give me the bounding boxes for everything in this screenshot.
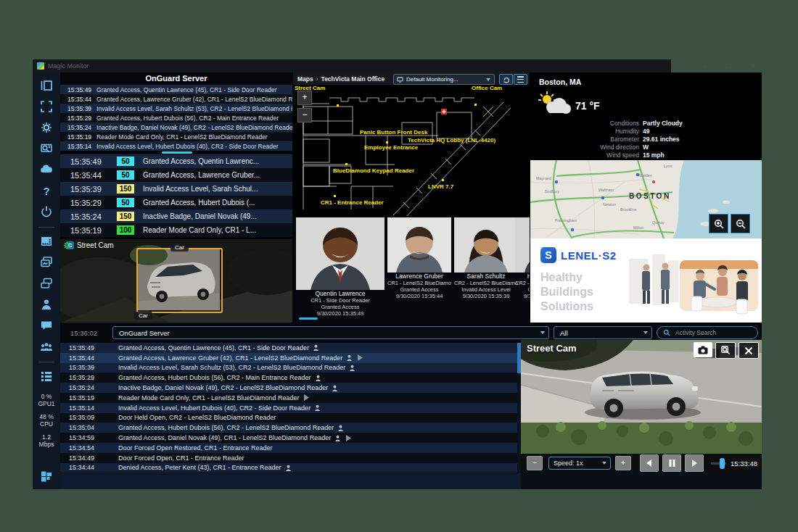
timeline-handle[interactable] — [720, 458, 725, 469]
server-dropdown[interactable]: OnGuard Server — [112, 326, 549, 339]
cardholder-reader: CR2 - LenelS2 BlueDiamond Re... — [454, 280, 518, 286]
event-row[interactable]: 15:35:19 Reader Mode Card Only, CR1 - Le… — [60, 132, 292, 141]
event-row[interactable]: 15:35:44 Granted Access, Lawrence Gruber… — [60, 94, 292, 104]
lenels2-brand-panel: S LENEL·S2 Healthy Buildings Solutions — [530, 238, 762, 323]
activity-row[interactable]: 15:35:39 Invalid Access Level, Sarah Sch… — [60, 363, 517, 373]
search-input[interactable] — [674, 328, 746, 337]
fullscreen-icon[interactable] — [38, 99, 54, 114]
floorplan-map[interactable]: Street Cam Office Cam Panic Button Front… — [293, 85, 530, 216]
forensic-search-icon[interactable] — [38, 141, 54, 156]
filter-dropdown[interactable]: All — [554, 326, 652, 339]
cardholder-timestamp: 9/30/2020 15:35:44 — [387, 293, 451, 299]
help-icon[interactable]: ? — [38, 183, 54, 198]
event-row[interactable]: 15:35:24 Inactive Badge, Daniel Novak (4… — [60, 122, 292, 132]
floorplan-label[interactable]: BlueDiamond Keypad Reader — [333, 167, 414, 174]
street-cam-analytics-view[interactable]: C Street Cam Car Car — [60, 239, 292, 323]
floorplan-zoom-out-button[interactable]: − — [297, 108, 312, 122]
cloud-icon[interactable] — [38, 162, 54, 177]
activity-row[interactable]: 15:34:44 Denied Access, Peter Kent (43),… — [60, 463, 517, 473]
weather-detail-value: W — [643, 144, 649, 151]
activity-search-box[interactable] — [657, 326, 758, 339]
step-back-button[interactable] — [640, 454, 659, 472]
floorplan-label[interactable]: Panic Button Front Desk — [360, 129, 427, 136]
breadcrumb[interactable]: Maps › TechVicta Main Office — [297, 75, 384, 83]
pause-button[interactable] — [662, 454, 681, 472]
video-wall-icon[interactable] — [38, 234, 54, 249]
playback-timestamp: 15:33:48 — [731, 460, 757, 467]
activity-row[interactable]: 15:35:29 Granted Access, Hubert Dubois (… — [60, 373, 517, 383]
activity-time: 15:35:04 — [69, 424, 104, 431]
team-icon[interactable] — [38, 339, 54, 354]
close-button[interactable]: ✕ — [750, 59, 756, 72]
activity-row[interactable]: 15:34:59 Granted Access, Daniel Novak (4… — [60, 433, 517, 443]
activity-row[interactable]: 15:35:44 Granted Access, Lawrence Gruber… — [60, 353, 517, 363]
floorplan-label[interactable]: Office Cam — [472, 85, 502, 91]
alarm-row[interactable]: 15:35:44 50 Granted Access, Lawrence Gru… — [60, 168, 292, 182]
breadcrumb-current[interactable]: TechVicta Main Office — [321, 75, 385, 83]
weather-panel: Boston, MA 71 °F Conditions Partly Cloud… — [530, 72, 762, 160]
event-row[interactable]: 15:35:49 Granted Access, Quentin Lawrenc… — [60, 85, 292, 94]
activity-row[interactable]: 15:34:49 Door Forced Open, CR1 - Entranc… — [60, 453, 517, 463]
power-icon[interactable] — [38, 204, 54, 219]
alarm-row[interactable]: 15:35:29 50 Granted Access, Hubert Duboi… — [60, 196, 292, 209]
event-time: 15:35:49 — [67, 86, 91, 93]
list-view-icon[interactable] — [38, 369, 54, 383]
floorplan-zoom-in-button[interactable]: + — [297, 91, 312, 105]
snapshot-camera-button[interactable] — [694, 342, 712, 357]
map-zoom-in-button[interactable] — [709, 214, 728, 233]
monitoring-view-dropdown[interactable]: Default Monitoring... — [393, 74, 495, 85]
alarm-row[interactable]: 15:35:19 100 Reader Mode Card Only, CR1 … — [60, 223, 292, 237]
smart-search-button[interactable] — [715, 342, 736, 359]
close-camera-button[interactable] — [739, 342, 759, 359]
activity-row[interactable]: 15:35:04 Granted Access, Hubert Dubois (… — [60, 423, 517, 433]
minimize-button[interactable]: − — [703, 59, 707, 72]
floorplan-label[interactable]: TechVicta HQ Lobby (LNL-4420) — [408, 137, 495, 144]
maximize-button[interactable]: ▢ — [725, 59, 732, 72]
map-town-label: Brookline — [620, 207, 636, 212]
activity-row[interactable]: 15:35:24 Inactive Badge, Daniel Novak (4… — [60, 383, 517, 393]
play-icon[interactable] — [345, 435, 351, 441]
map-zoom-out-button[interactable] — [731, 214, 750, 233]
activity-row[interactable]: 15:34:54 Door Forced Open Restored, CR1 … — [60, 443, 517, 453]
play-icon[interactable] — [357, 354, 363, 361]
refresh-button[interactable] — [499, 74, 513, 85]
windows-start-icon[interactable] — [38, 469, 54, 483]
step-forward-button[interactable] — [685, 454, 704, 472]
speed-decrease-button[interactable]: − — [527, 456, 543, 470]
activity-row[interactable]: 15:35:49 Granted Access, Quentin Lawrenc… — [60, 343, 517, 353]
event-row[interactable]: 15:35:14 Invalid Access Level, Hubert Du… — [60, 141, 292, 151]
event-row[interactable]: 15:35:29 Granted Access, Hubert Dubois (… — [60, 113, 292, 122]
cardholder-card[interactable]: Sarah Schultz CR2 - LenelS2 BlueDiamond … — [454, 217, 518, 299]
activity-row[interactable]: 15:35:09 Door Held Open, CR2 - LenelS2 B… — [60, 413, 517, 423]
speed-dropdown[interactable]: Speed: 1x — [548, 457, 611, 470]
activity-row[interactable]: 15:35:19 Reader Mode Card Only, CR1 - Le… — [60, 393, 517, 403]
cardholder-reader: CR1 - Side Door Reader — [296, 297, 384, 304]
detection-bounding-box[interactable] — [136, 248, 223, 313]
cardholder-card[interactable]: Quentin Lawrence CR1 - Side Door Reader … — [296, 217, 384, 317]
cardholder-timestamp: 9/30/2020 15:35:29 — [515, 293, 530, 299]
cameras-icon[interactable] — [38, 276, 54, 291]
alarm-row[interactable]: 15:35:39 150 Invalid Access Level, Sarah… — [60, 182, 292, 196]
floorplan-label[interactable]: CR1 - Entrance Reader — [321, 199, 384, 206]
floorplan-label[interactable]: LNVR 7.7 — [428, 183, 453, 190]
timeline-slider[interactable] — [711, 462, 726, 465]
play-icon[interactable] — [303, 394, 309, 401]
chat-icon[interactable] — [38, 318, 54, 333]
cardholder-card[interactable]: Hubert Dubois CR2 - Main Entrance Reader… — [515, 217, 530, 299]
alarm-row[interactable]: 15:35:24 150 Inactive Badge, Daniel Nova… — [60, 209, 292, 223]
cardholder-status: Invalid Access Level — [454, 286, 518, 293]
speed-increase-button[interactable]: + — [615, 456, 631, 470]
breadcrumb-root[interactable]: Maps — [297, 75, 313, 83]
event-row[interactable]: 15:35:39 Invalid Access Level, Sarah Sch… — [60, 104, 292, 113]
floorplan-label[interactable]: Employee Entrance — [364, 144, 418, 151]
activity-row[interactable]: 15:35:14 Invalid Access Level, Hubert Du… — [60, 403, 517, 413]
alarm-row[interactable]: 15:35:49 50 Granted Access, Quentin Lawr… — [60, 154, 292, 168]
cardholder-card[interactable]: Lawrence Gruber CR1 - LenelS2 BlueDiamon… — [387, 217, 451, 299]
person-icon[interactable] — [38, 297, 54, 312]
map-list-button[interactable] — [514, 74, 527, 85]
images-icon[interactable] — [38, 255, 54, 270]
settings-gear-icon[interactable] — [38, 120, 54, 135]
layout-panels-icon[interactable] — [38, 78, 54, 93]
boston-map[interactable]: BOSTON Maynard Sudbury Waltham Newton Br… — [530, 160, 762, 238]
priority-badge: 50 — [117, 170, 134, 180]
